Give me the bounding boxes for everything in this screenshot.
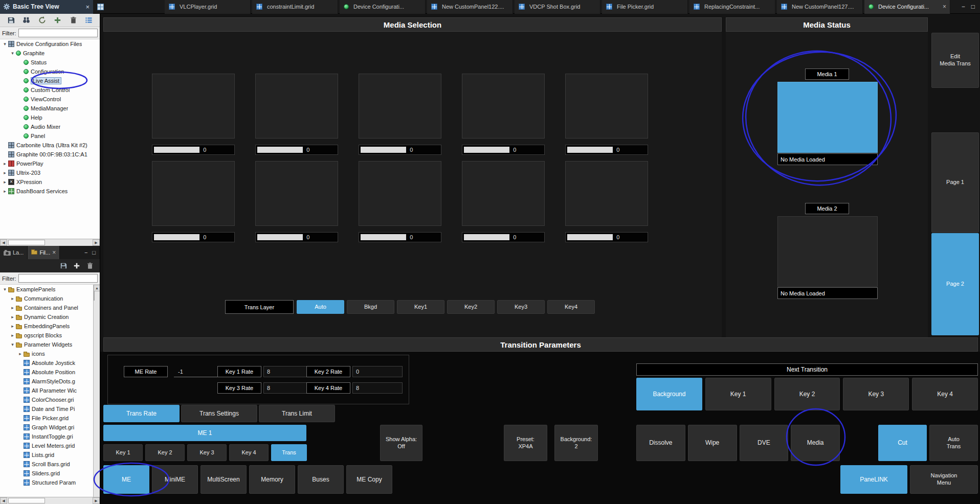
tree-item[interactable]: Level Meters.grid xyxy=(0,441,93,450)
maximize-icon[interactable] xyxy=(92,249,96,256)
minimize-icon[interactable] xyxy=(84,249,87,256)
tree-item[interactable]: Configuration xyxy=(0,67,100,76)
edit-media-trans-button[interactable]: Edit Media Trans xyxy=(931,33,979,88)
media-1-preview[interactable] xyxy=(777,82,878,153)
document-tab[interactable]: New CustomPanel122.... xyxy=(427,0,513,14)
horizontal-scrollbar[interactable] xyxy=(0,497,100,504)
document-tab[interactable]: VDCP Shot Box.grid xyxy=(515,0,600,14)
trans-tab[interactable]: Trans Limit xyxy=(259,405,335,422)
tab-files[interactable]: Fil... xyxy=(28,246,60,259)
refresh-button[interactable] xyxy=(38,16,46,24)
next-transition-button[interactable]: Key 2 xyxy=(774,378,840,410)
trans-layer-button[interactable]: Key2 xyxy=(447,300,495,314)
tree-item[interactable]: Lists.grid xyxy=(0,450,93,460)
media-2-preview[interactable] xyxy=(777,216,878,287)
document-tab[interactable]: ReplacingConstraint... xyxy=(689,0,775,14)
delete-button[interactable] xyxy=(70,16,77,24)
transition-type-button[interactable]: Dissolve xyxy=(636,425,685,461)
view-button[interactable] xyxy=(23,16,30,24)
tree-item[interactable]: PowerPlay xyxy=(0,159,100,168)
document-tab[interactable]: File Picker.grid xyxy=(602,0,688,14)
tree-item[interactable]: DashBoard Services xyxy=(0,187,100,196)
tree-item[interactable]: ExamplePanels xyxy=(0,285,93,294)
next-transition-button[interactable]: Key 4 xyxy=(912,378,978,410)
filter-input[interactable] xyxy=(18,274,98,283)
scroll-left-icon[interactable] xyxy=(0,239,7,246)
tree-item[interactable]: Device Configuration Files xyxy=(0,39,100,49)
media-preview-cell[interactable] xyxy=(462,161,545,226)
tab-basic-tree-view[interactable]: Basic Tree View xyxy=(0,0,93,14)
tab-layouts[interactable]: La... xyxy=(0,246,28,259)
trans-layer-button[interactable]: Key3 xyxy=(497,300,545,314)
mode-button[interactable]: MiniME xyxy=(152,465,198,494)
media-preview-cell[interactable] xyxy=(359,74,441,139)
key-4-rate-value[interactable]: 8 xyxy=(352,382,403,394)
page-1-button[interactable]: Page 1 xyxy=(931,132,979,233)
document-tab[interactable]: VLCPlayer.grid xyxy=(165,0,251,14)
filter-input[interactable] xyxy=(18,29,98,37)
key-select-button[interactable]: Key 2 xyxy=(145,444,185,461)
tree-item[interactable]: Panel xyxy=(0,131,100,141)
tree-item[interactable]: All Parameter Wic xyxy=(0,386,93,395)
media-preview-cell[interactable] xyxy=(152,74,235,139)
media-preview-cell[interactable] xyxy=(462,74,545,139)
document-tab[interactable]: New CustomPanel127.... xyxy=(777,0,863,14)
vertical-scrollbar[interactable] xyxy=(93,285,100,497)
tree-item[interactable]: XPression xyxy=(0,177,100,187)
tree-item[interactable]: Absolute Joystick xyxy=(0,358,93,368)
media-preview-cell[interactable] xyxy=(255,74,338,139)
scrollbar-thumb[interactable] xyxy=(8,498,45,503)
key-select-button[interactable]: Trans xyxy=(271,444,307,461)
background-source-button[interactable]: Background: 2 xyxy=(554,425,598,461)
trans-layer-button[interactable]: Auto xyxy=(297,300,344,314)
tree-item[interactable]: Structured Param xyxy=(0,478,93,487)
tree-item[interactable]: Dynamic Creation xyxy=(0,312,93,322)
tree-item[interactable]: Parameter Widgets xyxy=(0,340,93,349)
media-preview-cell[interactable] xyxy=(565,74,648,139)
close-icon[interactable] xyxy=(943,3,946,10)
next-transition-button[interactable]: Key 3 xyxy=(843,378,909,410)
tree-item[interactable]: icons xyxy=(0,349,93,358)
transition-type-button[interactable]: Wipe xyxy=(688,425,737,461)
trans-layer-button[interactable]: Key1 xyxy=(397,300,444,314)
tree-item[interactable]: Help xyxy=(0,113,100,122)
delete-button[interactable] xyxy=(86,262,94,269)
close-icon[interactable] xyxy=(52,249,56,256)
tree-item[interactable]: Graph Widget.gri xyxy=(0,423,93,432)
scroll-right-icon[interactable] xyxy=(93,239,100,246)
horizontal-scrollbar[interactable] xyxy=(0,239,100,246)
tree-item[interactable]: Containers and Panel xyxy=(0,303,93,312)
document-tab[interactable]: Device Configurati... xyxy=(864,0,950,14)
next-transition-button[interactable]: Background xyxy=(636,378,702,410)
tree-item[interactable]: Absolute Position xyxy=(0,368,93,377)
page-2-button[interactable]: Page 2 xyxy=(931,233,979,335)
media-cell-slider[interactable]: 0 xyxy=(255,232,338,242)
tree-item[interactable]: ViewControl xyxy=(0,95,100,104)
tree-item[interactable]: AlarmStyleDots.g xyxy=(0,377,93,386)
scrollbar-thumb[interactable] xyxy=(94,291,95,301)
media-cell-slider[interactable]: 0 xyxy=(152,145,235,155)
tree-item[interactable]: Status xyxy=(0,58,100,67)
grid-view-button[interactable] xyxy=(95,1,106,12)
preset-button[interactable]: Preset: XP4A xyxy=(504,425,547,461)
add-button[interactable] xyxy=(54,16,61,24)
tree-item[interactable]: File Picker.grid xyxy=(0,414,93,423)
media-preview-cell[interactable] xyxy=(565,161,648,226)
minimize-icon[interactable] xyxy=(962,3,965,10)
tree-item[interactable]: ogscript Blocks xyxy=(0,331,93,340)
scroll-left-icon[interactable] xyxy=(0,497,7,504)
trans-layer-button[interactable]: Key4 xyxy=(547,300,595,314)
show-alpha-button[interactable]: Show Alpha: Off xyxy=(380,425,422,461)
tree-item[interactable]: Graphite 00:0F:9B:03:1C:A1 xyxy=(0,150,100,159)
tree-item[interactable]: Scroll Bars.grid xyxy=(0,460,93,469)
tree-item[interactable]: Carbonite Ultra (Ultra Kit #2) xyxy=(0,141,100,150)
media-preview-cell[interactable] xyxy=(152,161,235,226)
media-preview-cell[interactable] xyxy=(359,161,441,226)
key-select-button[interactable]: Key 4 xyxy=(229,444,269,461)
document-tab[interactable]: Device Configurati... xyxy=(340,0,426,14)
key-select-button[interactable]: Key 1 xyxy=(103,444,143,461)
mode-button[interactable]: Buses xyxy=(298,465,344,494)
tree-item[interactable]: Live Assist xyxy=(0,76,100,85)
tree-item[interactable]: Communication xyxy=(0,294,93,303)
tree-item[interactable]: Custom Control xyxy=(0,85,100,95)
